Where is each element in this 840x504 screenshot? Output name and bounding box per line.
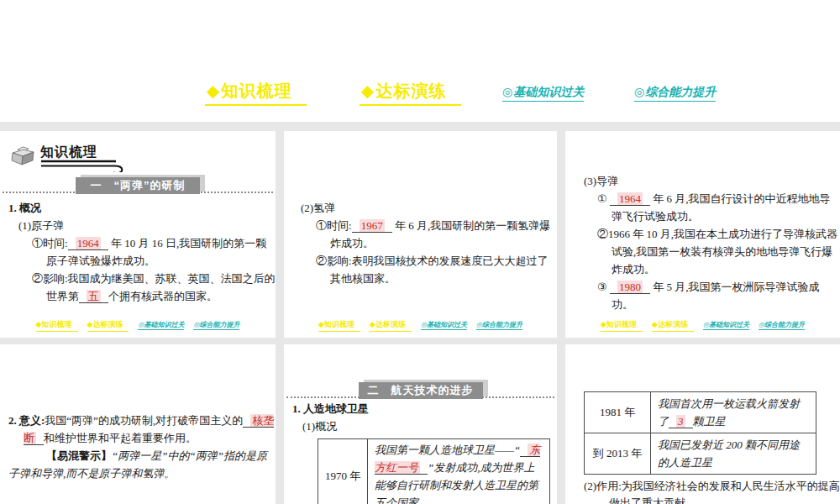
text-segment: 2. 意义: [8,414,45,427]
year-cell: 到 2013 年 [585,433,651,475]
topic-banner-row: 一 “两弹”的研制 [0,176,276,194]
diamond-icon: ◆ [361,81,375,100]
answer-blank: 1964 [610,192,650,206]
heading-overview: 1. 概况 [8,199,276,217]
role-line: (2)作用:为我国经济社会的发展和人民生活水平的提高做出了重大贡献。 [609,478,840,504]
panel-space-technology: 二 航天技术的进步 1. 人造地球卫星 (1)概况 1970 年 我国第一颗人造… [284,344,557,504]
mini-nav-knowledge[interactable]: ◆知识梳理 [36,319,78,332]
topic-banner: 一 “两弹”的研制 [76,177,200,194]
satellite-timeline-table: 1970 年 我国第一颗人造地球卫星——“东方红一号”发射成功,成为世界上能够自… [318,438,550,504]
answer-text: 五 [87,290,101,302]
satellite-timeline-table: 1981 年 我国首次用一枚运载火箭发射了3颗卫星 到 2013 年 我国已发射… [584,391,816,475]
nav-basic-knowledge[interactable]: ◎基础知识过关 [502,85,584,102]
text-segment: ③ [597,281,610,293]
subheading-atomic: (1)原子弹 [18,217,276,234]
text-segment: 我国第一颗人造地球卫星——“ [375,444,520,456]
nav-knowledge-outline[interactable]: ◆知识梳理 [205,80,307,106]
fact-line: ②影响:表明我国核技术的发展速度已大大超过了其他核国家。 [330,252,557,287]
mini-nav-basic[interactable]: ◎基础知识过关 [421,320,467,330]
mini-nav-basic[interactable]: ◎基础知识过关 [703,320,749,330]
subheading-overview: (1)概况 [302,417,557,435]
answer-blank: 1967 [352,219,392,233]
text-segment: 和维护世界和平起着重要作用。 [44,432,197,444]
fact-line: ③ 1980 年 5 月,我国第一枚洲际导弹试验成功。 [612,278,840,313]
diamond-icon: ◆ [207,81,220,100]
text-segment: 个拥有核武器的国家。 [108,290,218,302]
subheading-hydrogen: (2)氢弹 [301,199,557,217]
answer-text: 1980 [617,281,643,293]
mini-nav-basic[interactable]: ◎基础知识过关 [138,320,184,330]
mini-nav-drill[interactable]: ◆达标演练 [87,319,129,332]
warning-note: 【易混警示】“两弹一星”中的“两弹”指的是原子弹和导弹,而不是原子弹和氢弹。 [8,447,276,482]
answer-text: 1967 [360,219,385,232]
panel-atomic-bomb: 知识梳理 一 “两弹”的研制 1. 概况 (1)原子弹 ①时间:1964 年 1… [0,131,276,338]
text-segment: ②影响:表明我国核技术的发展速度已大大超过了其他核国家。 [316,255,549,285]
knowledge-cube-icon [10,144,35,168]
nav-comprehensive-ability[interactable]: ◎综合能力提升 [634,85,716,102]
fact-line: ②1966 年 10 月,我国在本土成功进行了导弹核武器试验,我国第一枚装有核弹… [612,225,840,278]
title-underline-flourish [40,160,126,172]
mini-nav-comprehensive[interactable]: ◎综合能力提升 [759,320,805,330]
text-segment: ①时间: [316,219,352,232]
text-segment: 我国已发射近 200 颗不同用途的人造卫星 [658,438,800,469]
mini-footer-nav: ◆知识梳理 ◆达标演练 ◎基础知识过关 ◎综合能力提升 [565,319,840,332]
mini-nav-comprehensive[interactable]: ◎综合能力提升 [476,320,522,330]
ring-icon: ◎ [502,86,512,98]
panel-significance: 2. 意义:我国“两弹”的成功研制,对打破帝国主义的核垄断和维护世界和平起着重要… [0,344,276,504]
answer-text: 3 [676,415,685,428]
mini-footer-nav: ◆知识梳理 ◆达标演练 ◎基础知识过关 ◎综合能力提升 [0,319,276,332]
table-row: 1970 年 我国第一颗人造地球卫星——“东方红一号”发射成功,成为世界上能够自… [318,439,550,504]
event-cell: 我国首次用一枚运载火箭发射了3颗卫星 [651,392,816,433]
section-header: 知识梳理 [10,144,276,171]
text-segment: ②1966 年 10 月,我国在本土成功进行了导弹核武器试验,我国第一枚装有核弹… [597,228,837,276]
text-segment: 【易混警示】 [46,449,112,462]
answer-blank: 1964 [68,237,108,250]
panel-satellite-launches: 1981 年 我国首次用一枚运载火箭发射了3颗卫星 到 2013 年 我国已发射… [565,344,840,504]
nav-label: 达标演练 [375,81,446,100]
mini-nav-knowledge[interactable]: ◆知识梳理 [601,319,643,332]
significance-line: 2. 意义:我国“两弹”的成功研制,对打破帝国主义的核垄断和维护世界和平起着重要… [24,412,276,447]
fact-line: ①时间:1964 年 10 月 16 日,我国研制的第一颗原子弹试验爆炸成功。 [46,234,276,270]
mini-nav-drill[interactable]: ◆达标演练 [370,319,412,332]
ring-icon: ◎ [634,86,644,98]
table-row: 到 2013 年 我国已发射近 200 颗不同用途的人造卫星 [585,433,816,475]
mini-nav-knowledge[interactable]: ◆知识梳理 [318,319,360,332]
fact-line: ①时间:1967 年 6 月,我国研制的第一颗氢弹爆炸成功。 [330,217,557,252]
answer-blank: 1980 [610,281,650,294]
text-segment: 我国“两弹”的成功研制,对打破帝国主义的 [45,414,243,427]
nav-label: 基础知识过关 [513,86,584,98]
answer-text: 1964 [76,237,101,249]
fact-line: ① 1964 年 6 月,我国自行设计的中近程地地导弹飞行试验成功。 [612,190,840,225]
mini-nav-comprehensive[interactable]: ◎综合能力提升 [193,320,239,330]
fact-line: ②影响:我国成为继美国、苏联、英国、法国之后的世界第五个拥有核武器的国家。 [46,270,276,305]
answer-text: 1964 [617,192,643,205]
mini-nav-drill[interactable]: ◆达标演练 [652,319,694,332]
nav-label: 综合能力提升 [645,86,716,98]
text-segment: ① [597,192,610,205]
subheading-missile: (3)导弹 [584,172,840,190]
text-segment: ①时间: [32,237,68,249]
mini-footer-nav: ◆知识梳理 ◆达标演练 ◎基础知识过关 ◎综合能力提升 [284,319,557,332]
heading-satellite: 1. 人造地球卫星 [292,400,557,417]
topic-banner-row: 二 航天技术的进步 [284,381,557,399]
text-segment: (2)作用:为我国经济社会的发展和人民生活水平的提高做出了重大贡献。 [584,480,840,504]
text-segment: 颗卫星 [693,415,726,428]
panel-hydrogen-bomb: (2)氢弹 ①时间:1967 年 6 月,我国研制的第一颗氢弹爆炸成功。 ②影响… [284,131,557,338]
table-row: 1981 年 我国首次用一枚运载火箭发射了3颗卫星 [585,392,816,433]
topic-banner: 二 航天技术的进步 [359,382,483,399]
year-cell: 1981 年 [585,392,651,433]
section-title: 知识梳理 [40,144,126,160]
event-cell: 我国第一颗人造地球卫星——“东方红一号”发射成功,成为世界上能够自行研制和发射人… [368,439,550,504]
panel-missiles: (3)导弹 ① 1964 年 6 月,我国自行设计的中近程地地导弹飞行试验成功。… [565,131,840,338]
event-cell: 我国已发射近 200 颗不同用途的人造卫星 [651,433,816,475]
nav-standard-drill[interactable]: ◆达标演练 [360,80,461,106]
nav-label: 知识梳理 [221,81,291,100]
answer-blank: 3 [669,415,693,428]
year-cell: 1970 年 [318,439,368,504]
answer-blank: 五 [79,290,108,303]
